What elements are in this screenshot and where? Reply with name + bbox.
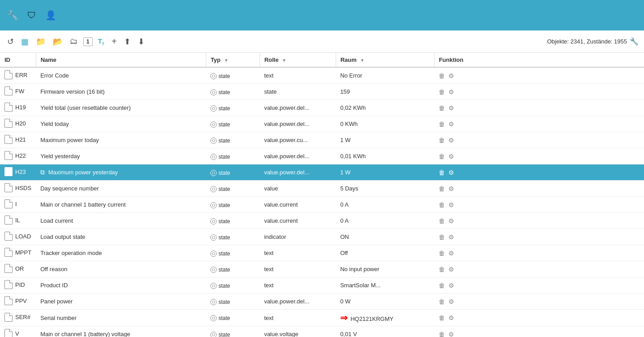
delete-button[interactable]: 🗑 (439, 121, 445, 128)
table-row[interactable]: H23⧉ Maximum power yesterdayOstatevalue.… (0, 164, 644, 181)
cell-rolle: value.current (260, 197, 336, 213)
table-row[interactable]: MPPTTracker operation modeOstatetextOff🗑… (0, 245, 644, 261)
badge-button[interactable]: 1 (83, 37, 93, 46)
delete-button[interactable]: 🗑 (439, 104, 445, 112)
settings-button[interactable]: ⚙ (448, 169, 454, 176)
table-row[interactable]: H20Yield todayOstatevalue.power.del...0 … (0, 116, 644, 132)
table-row[interactable]: PIDProduct IDOstatetextSmartSolar M...🗑⚙ (0, 277, 644, 294)
settings-button[interactable]: ⚙ (448, 282, 454, 289)
cell-raum: 5 Days (336, 181, 434, 197)
delete-button[interactable]: 🗑 (439, 217, 445, 225)
add-button[interactable]: + (110, 35, 119, 48)
rolle-sort-icon[interactable]: ▼ (282, 58, 286, 63)
delete-button[interactable]: 🗑 (439, 169, 445, 176)
settings-button[interactable]: ⚙ (448, 266, 454, 273)
settings-button[interactable]: ⚙ (448, 201, 454, 208)
delete-button[interactable]: 🗑 (439, 88, 445, 95)
wrench-icon[interactable]: 🔧 (7, 10, 18, 21)
delete-button[interactable]: 🗑 (439, 266, 445, 273)
download-button[interactable]: ⬇ (136, 35, 146, 48)
cell-rolle: text (260, 310, 336, 326)
raum-text: 0 A (340, 201, 349, 208)
raum-text: 0 KWh (340, 121, 358, 127)
name-text: Panel power (40, 298, 73, 305)
typ-sort-icon[interactable]: ▼ (224, 58, 228, 63)
table-row[interactable]: OROff reasonOstatetextNo input power🗑⚙ (0, 261, 644, 277)
cell-name: Yield total (user resettable counter) (36, 100, 206, 116)
settings-button[interactable]: ⚙ (448, 104, 454, 112)
cell-raum: ON (336, 229, 434, 245)
folder-open-button[interactable]: 📂 (51, 35, 64, 48)
upload-button[interactable]: ⬆ (122, 35, 132, 48)
table-row[interactable]: H22Yield yesterdayOstatevalue.power.del.… (0, 148, 644, 164)
settings-button[interactable]: ⚙ (448, 185, 454, 192)
settings-button[interactable]: ⚙ (448, 88, 454, 95)
settings-button[interactable]: ⚙ (448, 233, 454, 241)
delete-button[interactable]: 🗑 (439, 72, 445, 79)
settings-button[interactable]: ⚙ (448, 298, 454, 305)
table-row[interactable]: H21Maximum power todayOstatevalue.power.… (0, 132, 644, 148)
typ-text: state (218, 234, 230, 241)
state-circle-icon: O (210, 283, 217, 289)
delete-button[interactable]: 🗑 (439, 137, 445, 144)
typ-text: state (218, 202, 230, 208)
table-row[interactable]: VMain or channel 1 (battery) voltageOsta… (0, 326, 644, 337)
folder-button[interactable]: 📁 (34, 35, 47, 48)
cell-rolle: value.power.del... (260, 294, 336, 310)
delete-button[interactable]: 🗑 (439, 282, 445, 289)
settings-icon[interactable]: 🔧 (630, 37, 639, 46)
id-text: PPV (15, 298, 27, 304)
typ-text: state (218, 105, 230, 112)
copy-icon[interactable]: ⧉ (40, 168, 47, 176)
settings-button[interactable]: ⚙ (448, 250, 454, 257)
file-icon (4, 86, 13, 95)
shield-icon[interactable]: 🛡 (27, 10, 36, 21)
cell-raum: 0 KWh (336, 116, 434, 132)
table-row[interactable]: PPVPanel powerOstatevalue.power.del...0 … (0, 294, 644, 310)
settings-button[interactable]: ⚙ (448, 217, 454, 225)
file-icon (4, 296, 13, 305)
typ-text: state (218, 332, 230, 337)
cell-rolle: value.power.del... (260, 116, 336, 132)
cell-funktion: 🗑⚙ (434, 84, 644, 100)
cell-funktion: 🗑⚙ (434, 116, 644, 132)
delete-button[interactable]: 🗑 (439, 331, 445, 337)
delete-button[interactable]: 🗑 (439, 153, 445, 160)
raum-sort-icon[interactable]: ▼ (360, 58, 364, 63)
cell-funktion: 🗑⚙ (434, 213, 644, 229)
settings-button[interactable]: ⚙ (448, 314, 454, 321)
delete-button[interactable]: 🗑 (439, 185, 445, 192)
table-row[interactable]: ERRError CodeOstatetextNo Error🗑⚙ (0, 67, 644, 84)
table-row[interactable]: FWFirmware version (16 bit)Ostatestate15… (0, 84, 644, 100)
cell-funktion: 🗑⚙ (434, 132, 644, 148)
table-row[interactable]: H19Yield total (user resettable counter)… (0, 100, 644, 116)
cell-typ: Ostate (206, 245, 260, 261)
user-icon[interactable]: 👤 (45, 10, 56, 21)
table-row[interactable]: IMain or channel 1 battery currentOstate… (0, 197, 644, 213)
settings-button[interactable]: ⚙ (448, 153, 454, 160)
table-row[interactable]: HSDSDay sequence numberOstatevalue5 Days… (0, 181, 644, 197)
file-icon (4, 248, 13, 257)
delete-button[interactable]: 🗑 (439, 298, 445, 305)
refresh-button[interactable]: ↺ (5, 35, 16, 48)
delete-button[interactable]: 🗑 (439, 233, 445, 241)
delete-button[interactable]: 🗑 (439, 250, 445, 257)
cell-rolle: text (260, 261, 336, 277)
folder-add-button[interactable]: 🗂 (68, 35, 80, 48)
col-header-raum: Raum ▼ (336, 53, 434, 67)
settings-button[interactable]: ⚙ (448, 331, 454, 337)
settings-button[interactable]: ⚙ (448, 72, 454, 79)
delete-button[interactable]: 🗑 (439, 314, 445, 321)
cell-id: IL (0, 213, 36, 229)
id-text: LOAD (15, 233, 31, 240)
grid-view-button[interactable]: ▦ (19, 35, 30, 48)
delete-button[interactable]: 🗑 (439, 201, 445, 208)
settings-button[interactable]: ⚙ (448, 121, 454, 128)
table-row[interactable]: SER#Serial numberOstatetext⇒HQ2121KRGMY🗑… (0, 310, 644, 326)
table-row[interactable]: ILLoad currentOstatevalue.current0 A🗑⚙ (0, 213, 644, 229)
cell-name: Serial number (36, 310, 206, 326)
settings-button[interactable]: ⚙ (448, 137, 454, 144)
raum-text: 159 (340, 88, 350, 95)
table-row[interactable]: LOADLoad output stateOstateindicatorON🗑⚙ (0, 229, 644, 245)
text-format-button[interactable]: TT (96, 35, 107, 48)
